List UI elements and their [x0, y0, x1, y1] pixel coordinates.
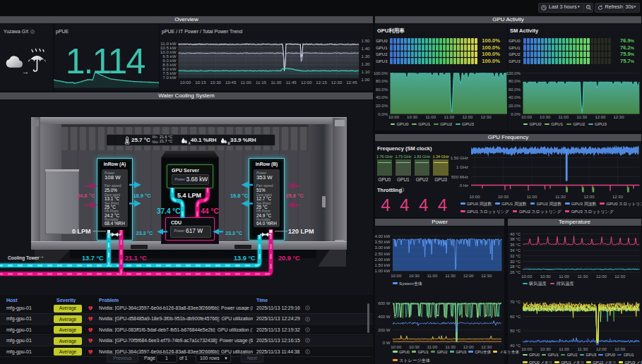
svg-text:400 W: 400 W	[378, 315, 391, 319]
svg-text:40 °C: 40 °C	[510, 344, 521, 348]
svg-text:12:30: 12:30	[481, 345, 492, 349]
svg-text:60 °C: 60 °C	[510, 315, 521, 319]
svg-text:0 W: 0 W	[383, 341, 391, 345]
svg-text:10:00: 10:00	[391, 345, 402, 349]
svg-text:11:30: 11:30	[445, 345, 456, 349]
svg-text:10:30: 10:30	[540, 347, 552, 351]
svg-text:70 °C: 70 °C	[510, 300, 521, 304]
svg-text:12:00: 12:00	[463, 345, 475, 349]
svg-text:50 °C: 50 °C	[510, 329, 521, 333]
svg-text:12:30: 12:30	[614, 347, 626, 351]
svg-text:10:30: 10:30	[409, 345, 420, 349]
svg-text:12:00: 12:00	[596, 347, 607, 351]
svg-text:10:00: 10:00	[521, 347, 533, 351]
svg-text:600 W: 600 W	[378, 301, 391, 305]
svg-text:11:00: 11:00	[559, 347, 569, 351]
svg-text:200 W: 200 W	[378, 328, 391, 332]
svg-text:11:00: 11:00	[427, 345, 438, 349]
svg-text:11:30: 11:30	[578, 347, 588, 351]
